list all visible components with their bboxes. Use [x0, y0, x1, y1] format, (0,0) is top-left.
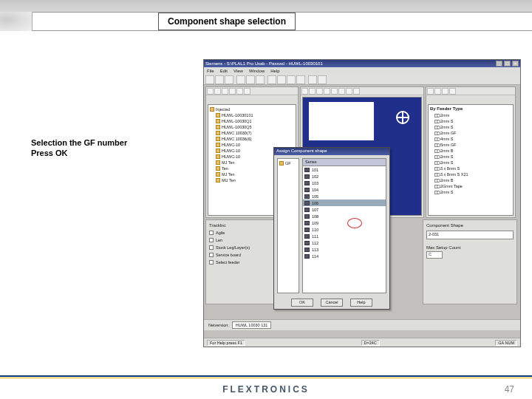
- list-item[interactable]: 109: [303, 219, 386, 226]
- cshape-title: Component Shape: [426, 223, 514, 228]
- list-item[interactable]: 110: [303, 226, 386, 233]
- feeder-item[interactable]: 2Gmm Tape: [430, 183, 511, 189]
- toolbar-button[interactable]: [246, 75, 255, 84]
- toolbar-button[interactable]: [318, 75, 327, 84]
- tree-item[interactable]: HUWC 10030(7): [210, 130, 294, 136]
- panel-toolbar-button[interactable]: [449, 88, 456, 95]
- toolbar-button[interactable]: [308, 75, 317, 84]
- active-tab[interactable]: HUWL 10030 131: [232, 321, 272, 329]
- feeder-item[interactable]: 2mm GF: [430, 130, 511, 136]
- panel-toolbar-button[interactable]: [309, 88, 316, 95]
- tree-item[interactable]: HUWL-10030101: [210, 112, 294, 118]
- list-item[interactable]: 107: [303, 206, 386, 213]
- feeder-item[interactable]: 2mm B: [430, 148, 511, 154]
- feeder-item[interactable]: 2mm S: [430, 189, 511, 195]
- list-item[interactable]: 112: [303, 239, 386, 246]
- feeder-item[interactable]: 2mm S: [430, 124, 511, 130]
- item-icon: [216, 166, 220, 171]
- panel-toolbar-button[interactable]: [427, 88, 434, 95]
- list-item[interactable]: 113: [303, 246, 386, 253]
- minimize-button[interactable]: _: [496, 61, 502, 66]
- menu-view[interactable]: View: [233, 69, 243, 73]
- list-item[interactable]: 102: [303, 173, 386, 180]
- brand-logo: FLEXTRONICS: [222, 384, 310, 395]
- feeder-item[interactable]: 5mm GF: [430, 142, 511, 148]
- toolbar-button[interactable]: [256, 75, 265, 84]
- feeder-item[interactable]: 4mm S: [430, 136, 511, 142]
- panel-toolbar-button[interactable]: [353, 88, 360, 95]
- item-icon: [216, 119, 220, 123]
- toolbar-button[interactable]: [215, 75, 224, 84]
- panel-toolbar-button[interactable]: [214, 88, 221, 95]
- list-item[interactable]: 104: [303, 186, 386, 193]
- toolbar-button[interactable]: [267, 75, 276, 84]
- panel-toolbar-button[interactable]: [434, 88, 441, 95]
- panel-toolbar-button[interactable]: [324, 88, 330, 95]
- feeder-item[interactable]: 2mm S: [430, 118, 511, 124]
- maximize-button[interactable]: □: [504, 61, 511, 66]
- tape-icon: [434, 173, 439, 177]
- toolbar-button[interactable]: [287, 75, 296, 84]
- feeder-item[interactable]: 3 x 8mm S X21: [430, 171, 511, 177]
- tree-node[interactable]: GF: [279, 160, 297, 166]
- tree-item[interactable]: HUWL-10030Q5: [210, 124, 294, 130]
- setup-count-input[interactable]: C: [426, 251, 443, 259]
- list-item[interactable]: 103: [303, 180, 386, 186]
- ok-button[interactable]: OK: [291, 299, 313, 307]
- chip-icon: [304, 188, 310, 192]
- panel-toolbar-button[interactable]: [331, 88, 338, 95]
- dialog-tree[interactable]: GF: [277, 158, 299, 293]
- toolbar-button[interactable]: [296, 75, 305, 84]
- panel-toolbar-button[interactable]: [207, 88, 214, 95]
- toolbar-button[interactable]: [277, 75, 286, 84]
- checkbox-icon: [209, 260, 214, 265]
- cancel-button[interactable]: Cancel: [321, 299, 343, 307]
- tape-icon: [434, 120, 439, 123]
- list-item[interactable]: 101: [303, 166, 386, 173]
- item-icon: [216, 137, 220, 141]
- panel-toolbar-button[interactable]: [338, 88, 345, 95]
- dialog-title: Assign Component shape: [274, 148, 389, 155]
- feeder-item[interactable]: 2mm: [430, 112, 511, 118]
- chip-icon: [304, 208, 310, 212]
- window-controls: _ □ ×: [496, 61, 519, 66]
- feeder-item[interactable]: 2mm S: [430, 160, 511, 166]
- list-item[interactable]: 111: [303, 233, 386, 239]
- list-item[interactable]: 105: [303, 193, 386, 200]
- tape-icon: [434, 185, 439, 188]
- tape-icon: [434, 149, 439, 153]
- panel-toolbar-button[interactable]: [229, 88, 236, 95]
- panel-toolbar-button[interactable]: [301, 88, 308, 95]
- tree-root[interactable]: Injected: [210, 106, 294, 112]
- toolbar-button[interactable]: [225, 75, 233, 84]
- tree-item[interactable]: HUWL-10030Q1: [210, 118, 294, 124]
- panel-toolbar-button[interactable]: [236, 88, 243, 95]
- list-item[interactable]: 108: [303, 213, 386, 219]
- feeder-item[interactable]: 2mm B: [430, 177, 511, 183]
- list-item[interactable]: 106: [303, 200, 386, 206]
- list-item[interactable]: 114: [303, 253, 386, 259]
- header-body: Component shape selection: [0, 12, 532, 31]
- tab-label: Netversion:: [208, 323, 229, 327]
- panel-toolbar-button[interactable]: [222, 88, 228, 95]
- menu-file[interactable]: File: [207, 69, 214, 73]
- menu-help[interactable]: Help: [270, 69, 279, 73]
- panel-toolbar-button[interactable]: [244, 88, 250, 95]
- toolbar-button[interactable]: [236, 75, 245, 84]
- help-button[interactable]: Help: [350, 299, 372, 307]
- chip-icon: [304, 174, 310, 179]
- feeder-item[interactable]: 2mm S: [430, 154, 511, 160]
- tree-item[interactable]: HUWC 10036(6): [210, 136, 294, 142]
- feeder-tree-title: By Feeder Type: [430, 106, 511, 112]
- panel-toolbar-button[interactable]: [346, 88, 352, 95]
- panel-toolbar-button[interactable]: [316, 88, 323, 95]
- item-icon: [216, 149, 220, 153]
- toolbar-button[interactable]: [205, 75, 214, 84]
- close-button[interactable]: ×: [512, 61, 519, 66]
- feeder-item[interactable]: 3 x 8mm S: [430, 166, 511, 171]
- menu-edit[interactable]: Edit: [220, 69, 228, 73]
- cshape-value-field[interactable]: 2-031: [426, 231, 514, 239]
- panel-toolbar-button[interactable]: [442, 88, 449, 95]
- menu-window[interactable]: Window: [249, 69, 265, 73]
- list-header[interactable]: Series: [303, 159, 386, 166]
